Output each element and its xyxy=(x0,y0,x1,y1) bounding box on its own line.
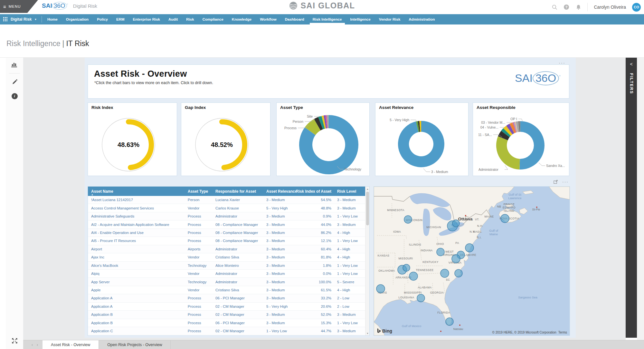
map-bubble[interactable] xyxy=(465,244,474,252)
risk-index-gauge[interactable]: 48.63% xyxy=(88,112,177,176)
table-row[interactable]: AirportAirportsAdministrator3 - Medium60… xyxy=(88,245,365,253)
table-row[interactable]: Ajax IncVendorCristiano Silva3 - Medium8… xyxy=(88,253,365,261)
edit-tool[interactable] xyxy=(6,75,23,89)
map-bubble[interactable] xyxy=(409,272,418,280)
table-row[interactable]: Application BProcess06 - PCI Manager3 - … xyxy=(88,319,365,327)
table-cell: 1 - Very Low xyxy=(334,262,365,269)
report-tab-0[interactable]: Asset Risk - Overview xyxy=(43,340,99,349)
column-header-c2[interactable]: Responsible for Asset xyxy=(212,187,263,196)
column-header-c4[interactable]: Risk Index of Asset xyxy=(296,187,334,196)
table-scrollbar[interactable]: ▲ ▼ xyxy=(365,187,369,335)
nav-item-vendor-risk[interactable]: Vendor Risk xyxy=(375,14,404,24)
reports-tool[interactable] xyxy=(6,58,23,72)
nav-item-audit[interactable]: Audit xyxy=(164,14,182,24)
map-bubble[interactable] xyxy=(440,269,449,277)
asset-responsible-donut[interactable]: 03 - Vendor M...OP I04 - Vulne...11 - SA… xyxy=(473,112,569,176)
report-subtitle: *Click the chart bars to view more on ea… xyxy=(94,81,569,85)
table-cell: Application B xyxy=(88,319,185,327)
prev-tab-icon[interactable]: ‹ xyxy=(32,343,33,347)
column-header-c1[interactable]: Asset Type xyxy=(185,187,212,196)
table-cell: Vendor xyxy=(185,286,212,294)
table-cell: 1 - Very Low xyxy=(263,327,296,335)
collapse-chevron-icon[interactable]: < xyxy=(626,62,637,67)
user-name[interactable]: Carolyn Oliveira xyxy=(594,5,626,10)
table-row[interactable]: Application AProcess02 - CM Manager5 - V… xyxy=(88,303,365,311)
nav-item-policy[interactable]: Policy xyxy=(93,14,112,24)
nav-items: HomeOrganizationPolicyERMEnterprise Risk… xyxy=(43,14,439,24)
map-bubble[interactable] xyxy=(403,264,410,271)
map-bubble[interactable] xyxy=(404,216,412,223)
menu-button[interactable]: ≡ MENU xyxy=(0,0,38,13)
table-row[interactable]: AI5 - Procure IT ResourcesProcess08 - Co… xyxy=(88,237,365,245)
nav-item-compliance[interactable]: Compliance xyxy=(198,14,228,24)
nav-item-intelligence[interactable]: Intelligence xyxy=(346,14,375,24)
table-row[interactable]: Access Control Management ServicesVendor… xyxy=(88,204,365,212)
nav-item-knowledge[interactable]: Knowledge xyxy=(228,14,256,24)
nav-item-home[interactable]: Home xyxy=(43,14,62,24)
nav-item-erm[interactable]: ERM xyxy=(112,14,129,24)
scrollbar-thumb[interactable] xyxy=(366,192,369,225)
table-cell: 1.8% xyxy=(296,262,334,269)
table-row[interactable]: Application BProcess02 - CM Manager3 - M… xyxy=(88,311,365,319)
nav-item-dashboard[interactable]: Dashboard xyxy=(281,14,308,24)
map-bubble[interactable] xyxy=(452,220,459,227)
help-icon[interactable]: ? xyxy=(564,4,569,10)
map-bubble[interactable] xyxy=(452,255,460,263)
tab-nav-arrows: ‹ › xyxy=(32,340,38,349)
table-row[interactable]: Alice's MacBookTechnologyAlice Monteiro3… xyxy=(88,262,365,270)
table-cell: Administrative Safeguards xyxy=(88,212,185,220)
nav-item-risk[interactable]: Risk xyxy=(182,14,198,24)
app-switcher[interactable]: Digital Risk ▾ xyxy=(0,14,40,24)
main-navbar: Digital Risk ▾ HomeOrganizationPolicyERM… xyxy=(0,14,644,24)
hamburger-icon: ≡ xyxy=(3,4,6,9)
next-tab-icon[interactable]: › xyxy=(37,343,38,347)
gap-index-gauge[interactable]: 48.52% xyxy=(181,112,270,176)
map-bubble[interactable] xyxy=(417,294,425,302)
table-row[interactable]: Administrative SafeguardsProcessAdminist… xyxy=(88,212,365,220)
info-tool[interactable]: i xyxy=(6,89,23,103)
column-header-c5[interactable]: Risk Level xyxy=(334,187,365,196)
table-row[interactable]: AlpiqVendorAdministrator3 - Medium0.0%1 … xyxy=(88,270,365,278)
nav-item-enterprise-risk[interactable]: Enterprise Risk xyxy=(129,14,164,24)
report-page: ··· Asset Risk - Overview *Click the cha… xyxy=(85,58,576,338)
top-header: ≡ MENU SAI36O° Digital Risk SAI GLOBAL ? xyxy=(0,0,644,14)
table-row[interactable]: Application AProcess06 - PCI Manager3 - … xyxy=(88,294,365,302)
column-header-c3[interactable]: Asset Relevance xyxy=(263,187,296,196)
table-row[interactable]: AI2 - Acquire and Maintain Application S… xyxy=(88,220,365,228)
table-cell: 3 - Medium xyxy=(263,319,296,327)
nav-item-administration[interactable]: Administration xyxy=(404,14,439,24)
map-bubble[interactable] xyxy=(376,285,385,293)
table-cell: 33.2% xyxy=(296,294,334,302)
report-tab-1[interactable]: Open Risk Projects - Overview xyxy=(99,340,171,349)
bell-icon[interactable] xyxy=(575,4,581,10)
table-row[interactable]: AppleVendorCristiano Silva3 - Medium61.5… xyxy=(88,286,365,294)
table-cell: Technology xyxy=(185,278,212,286)
table-row[interactable]: App ServerTechnologyAdministrator3 - Med… xyxy=(88,278,365,286)
nav-item-organization[interactable]: Organization xyxy=(62,14,93,24)
map-bubble[interactable] xyxy=(437,248,444,256)
table-row[interactable]: !Asset Luciana 12142017PersonLuciana Xav… xyxy=(88,196,365,204)
nav-item-risk-intelligence[interactable]: Risk Intelligence xyxy=(308,14,346,24)
scroll-down-icon[interactable]: ▼ xyxy=(365,331,370,335)
scroll-up-icon[interactable]: ▲ xyxy=(365,187,370,191)
fullscreen-tool[interactable] xyxy=(6,334,23,348)
asset-relevance-donut[interactable]: 5 - Very High3 - Medium xyxy=(375,112,468,176)
table-cell: AI4 - Enable Operation and Use xyxy=(88,229,185,237)
table-row[interactable]: Application CProcess02 - CM Manager1 - V… xyxy=(88,327,365,335)
table-cell: 15.3% xyxy=(296,319,334,327)
map-bubble[interactable] xyxy=(501,214,509,223)
nav-item-workflow[interactable]: Workflow xyxy=(256,14,281,24)
svg-text:Sandro Xa...: Sandro Xa... xyxy=(546,164,565,168)
avatar[interactable]: CO xyxy=(632,3,641,12)
map-menu-ellipsis[interactable]: ··· xyxy=(562,179,569,184)
column-header-c0[interactable]: Asset Name▲ xyxy=(88,187,185,196)
search-icon[interactable] xyxy=(552,4,557,10)
asset-map-card[interactable]: MINNESOTAWISCONSINMICHIGANIOWAILLINOISIN… xyxy=(374,186,570,336)
map-bubble[interactable] xyxy=(455,269,462,277)
asset-type-donut[interactable]: SitePersonProcessTechnology xyxy=(277,112,369,176)
map-bubble[interactable] xyxy=(446,318,453,325)
breadcrumb: Risk Intelligence xyxy=(6,39,60,48)
table-row[interactable]: AI4 - Enable Operation and UseProcess08 … xyxy=(88,229,365,237)
focus-mode-icon[interactable] xyxy=(554,180,558,184)
terms-link[interactable]: Terms xyxy=(558,331,567,334)
